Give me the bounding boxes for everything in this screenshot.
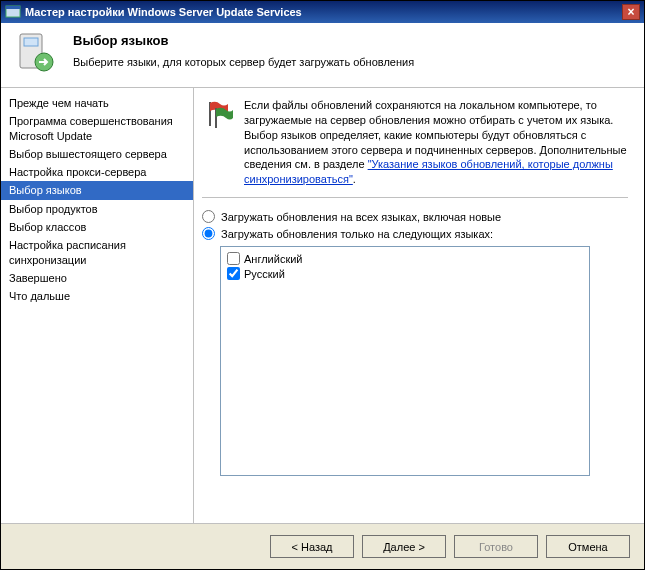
desc-suffix: . xyxy=(353,173,356,185)
page-title: Выбор языков xyxy=(73,33,414,48)
language-item[interactable]: Английский xyxy=(225,251,585,266)
nav-item[interactable]: Выбор классов xyxy=(1,218,193,236)
separator xyxy=(202,197,628,198)
next-button[interactable]: Далее > xyxy=(362,535,446,558)
radio-selected-languages[interactable]: Загружать обновления только на следующих… xyxy=(202,227,628,240)
nav-item[interactable]: Настройка прокси-сервера xyxy=(1,163,193,181)
description-text: Если файлы обновлений сохраняются на лок… xyxy=(244,98,628,187)
wizard-footer: < Назад Далее > Готово Отмена xyxy=(1,523,644,569)
wizard-header: Выбор языков Выберите языки, для которых… xyxy=(1,23,644,88)
nav-item[interactable]: Настройка расписания синхронизации xyxy=(1,236,193,269)
radio-all-input[interactable] xyxy=(202,210,215,223)
nav-item[interactable]: Завершено xyxy=(1,269,193,287)
language-item[interactable]: Русский xyxy=(225,266,585,281)
back-button[interactable]: < Назад xyxy=(270,535,354,558)
nav-item[interactable]: Выбор продуктов xyxy=(1,200,193,218)
header-icon xyxy=(13,31,61,79)
close-button[interactable]: × xyxy=(622,4,640,20)
nav-item[interactable]: Прежде чем начать xyxy=(1,94,193,112)
nav-item[interactable]: Выбор языков xyxy=(1,181,193,199)
app-icon xyxy=(5,4,21,20)
language-label: Английский xyxy=(244,253,303,265)
radio-selected-label: Загружать обновления только на следующих… xyxy=(221,228,493,240)
titlebar-text: Мастер настройки Windows Server Update S… xyxy=(25,6,302,18)
language-checkbox[interactable] xyxy=(227,267,240,280)
radio-all-languages[interactable]: Загружать обновления на всех языках, вкл… xyxy=(202,210,628,223)
language-label: Русский xyxy=(244,268,285,280)
nav-item[interactable]: Что дальше xyxy=(1,287,193,305)
svg-rect-1 xyxy=(6,6,20,9)
nav-item[interactable]: Выбор вышестоящего сервера xyxy=(1,145,193,163)
radio-selected-input[interactable] xyxy=(202,227,215,240)
svg-rect-3 xyxy=(24,38,38,46)
wizard-content: Если файлы обновлений сохраняются на лок… xyxy=(193,88,644,523)
nav-item[interactable]: Программа совершенствования Microsoft Up… xyxy=(1,112,193,145)
language-checkbox[interactable] xyxy=(227,252,240,265)
page-subtitle: Выберите языки, для которых сервер будет… xyxy=(73,56,414,68)
radio-all-label: Загружать обновления на всех языках, вкл… xyxy=(221,211,501,223)
cancel-button[interactable]: Отмена xyxy=(546,535,630,558)
flags-icon xyxy=(202,98,234,130)
titlebar: Мастер настройки Windows Server Update S… xyxy=(1,1,644,23)
language-list[interactable]: АнглийскийРусский xyxy=(220,246,590,476)
wizard-body: Прежде чем начатьПрограмма совершенствов… xyxy=(1,88,644,523)
wizard-nav: Прежде чем начатьПрограмма совершенствов… xyxy=(1,88,193,523)
wizard-window: Мастер настройки Windows Server Update S… xyxy=(0,0,645,570)
finish-button[interactable]: Готово xyxy=(454,535,538,558)
